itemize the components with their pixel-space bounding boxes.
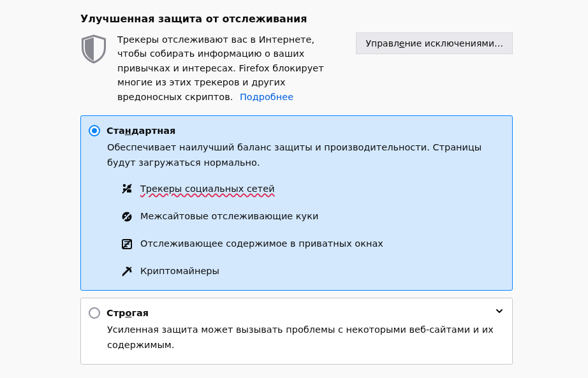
standard-feature-list: Трекеры социальных сетей Межсайтовые отс…	[121, 182, 502, 279]
learn-more-link[interactable]: Подробнее	[240, 92, 293, 102]
option-strict[interactable]: Строгая Усиленная защита может вызывать …	[80, 298, 513, 364]
shield-icon	[80, 34, 107, 64]
option-strict-desc: Усиленная защита может вызывать проблемы…	[107, 323, 502, 352]
manage-exceptions-label-post: ние исключениями…	[404, 38, 503, 48]
svg-point-7	[128, 217, 129, 219]
feature-social-trackers: Трекеры социальных сетей	[140, 182, 275, 196]
option-standard[interactable]: Стандартная Обеспечивает наилучший балан…	[80, 115, 513, 291]
feature-tracking-content: Отслеживающее содержимое в приватных окн…	[140, 236, 383, 251]
chevron-down-icon[interactable]	[496, 307, 503, 317]
list-item: Межсайтовые отслеживающие куки	[121, 209, 502, 224]
label-post: гая	[131, 308, 149, 318]
cryptominer-icon	[121, 266, 133, 277]
label-underline: н	[125, 126, 131, 136]
list-item: Отслеживающее содержимое в приватных окн…	[121, 236, 502, 251]
radio-strict-label: Строгая	[107, 308, 149, 318]
section-title: Улучшенная защита от отслеживания	[80, 13, 513, 25]
label-post: дартная	[131, 126, 175, 136]
intro-text: Трекеры отслеживают вас в Интернете, что…	[117, 33, 346, 104]
intro-row: Трекеры отслеживают вас в Интернете, что…	[80, 33, 513, 104]
radio-standard[interactable]	[89, 125, 100, 136]
option-standard-body: Обеспечивает наилучший баланс защиты и п…	[107, 140, 502, 279]
label-underline: о	[125, 308, 131, 318]
manage-exceptions-button[interactable]: Управление исключениями…	[356, 33, 513, 54]
svg-point-0	[123, 184, 126, 187]
option-strict-body: Усиленная защита может вызывать проблемы…	[107, 323, 502, 352]
feature-cross-site-cookies: Межсайтовые отслеживающие куки	[140, 209, 318, 224]
social-trackers-icon	[121, 183, 133, 194]
feature-cryptominers: Криптомайнеры	[140, 264, 219, 279]
label-pre: Ста	[107, 126, 125, 136]
option-standard-desc: Обеспечивает наилучший баланс защиты и п…	[107, 140, 502, 170]
label-pre: Стр	[107, 308, 125, 318]
radio-strict[interactable]	[89, 307, 100, 319]
tracking-content-icon	[121, 238, 133, 250]
manage-exceptions-label-pre: Управл	[365, 38, 399, 48]
svg-point-4	[124, 214, 126, 216]
list-item: Криптомайнеры	[121, 264, 502, 279]
radio-standard-label: Стандартная	[107, 126, 175, 136]
list-item: Трекеры социальных сетей	[121, 182, 502, 196]
cookies-icon	[121, 211, 133, 222]
